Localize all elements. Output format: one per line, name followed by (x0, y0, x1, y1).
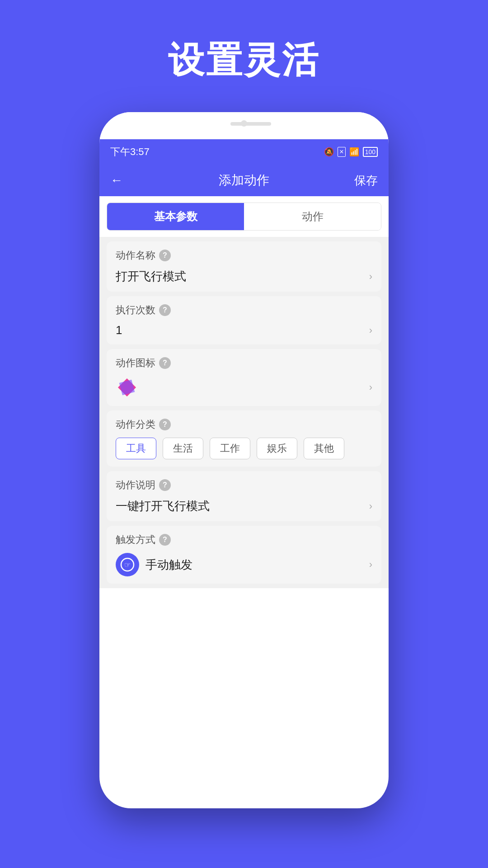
action-desc-section: 动作说明 ? 一键打开飞行模式 › (107, 471, 381, 521)
trigger-mode-label: 触发方式 (116, 533, 155, 547)
save-button[interactable]: 保存 (354, 173, 378, 189)
action-name-chevron: › (369, 271, 372, 283)
action-name-value: 打开飞行模式 (116, 269, 186, 284)
tag-other[interactable]: 其他 (304, 438, 344, 459)
action-name-label: 动作名称 (116, 249, 155, 262)
trigger-mode-value: 手动触发 (145, 557, 192, 573)
exec-count-chevron: › (369, 325, 372, 336)
tab-basic-params[interactable]: 基本参数 (107, 203, 244, 230)
action-category-section: 动作分类 ? 工具 生活 工作 娱乐 其他 (107, 410, 381, 467)
phone-notch (99, 112, 389, 139)
hand-touch-icon: ☞ (120, 557, 135, 572)
action-desc-label: 动作说明 (116, 478, 155, 492)
tag-tool[interactable]: 工具 (116, 438, 156, 459)
tab-bar: 基本参数 动作 (107, 203, 381, 231)
sim-icon: × (338, 147, 345, 157)
page-headline: 设置灵活 (168, 36, 320, 85)
action-icon-help-icon[interactable]: ? (159, 357, 171, 369)
action-name-section: 动作名称 ? 打开飞行模式 › (107, 241, 381, 292)
battery-icon: 100 (363, 147, 378, 157)
action-icon-chevron: › (369, 382, 372, 393)
phone-frame: 下午3:57 🔕 × 📶 100 ← 添加动作 保存 基本参数 动作 动作名称 … (99, 112, 389, 808)
status-icons: 🔕 × 📶 100 (324, 147, 378, 157)
trigger-mode-row[interactable]: ☞ 手动触发 › (116, 553, 372, 576)
trigger-mode-help-icon[interactable]: ? (159, 534, 171, 546)
exec-count-help-icon[interactable]: ? (159, 304, 171, 316)
action-icon-row[interactable]: › (116, 376, 372, 399)
category-tags: 工具 生活 工作 娱乐 其他 (116, 438, 372, 459)
action-name-help-icon[interactable]: ? (159, 250, 171, 261)
trigger-mode-section: 触发方式 ? ☞ 手动触发 › (107, 526, 381, 584)
action-icon-label: 动作图标 (116, 356, 155, 370)
tab-action[interactable]: 动作 (244, 203, 381, 230)
tag-life[interactable]: 生活 (163, 438, 203, 459)
exec-count-value: 1 (116, 323, 122, 337)
exec-count-section: 执行次数 ? 1 › (107, 296, 381, 344)
tag-entertainment[interactable]: 娱乐 (257, 438, 297, 459)
action-desc-chevron: › (369, 500, 372, 512)
content-area: 动作名称 ? 打开飞行模式 › 执行次数 ? 1 › 动作图标 ? (99, 237, 389, 588)
trigger-mode-chevron: › (369, 559, 372, 571)
action-icon-section: 动作图标 ? › (107, 349, 381, 406)
tag-work[interactable]: 工作 (210, 438, 250, 459)
status-bar: 下午3:57 🔕 × 📶 100 (99, 139, 389, 165)
svg-text:☞: ☞ (124, 561, 131, 569)
action-category-label: 动作分类 (116, 418, 155, 431)
action-desc-help-icon[interactable]: ? (159, 479, 171, 491)
action-desc-row[interactable]: 一键打开飞行模式 › (116, 498, 372, 514)
action-category-help-icon[interactable]: ? (159, 419, 171, 430)
diamond-icon (116, 376, 138, 399)
back-button[interactable]: ← (110, 173, 123, 188)
wifi-icon: 📶 (349, 147, 359, 157)
action-name-row[interactable]: 打开飞行模式 › (116, 269, 372, 284)
app-bar-title: 添加动作 (219, 172, 269, 189)
action-desc-value: 一键打开飞行模式 (116, 498, 210, 514)
phone-speaker (230, 122, 271, 126)
app-bar: ← 添加动作 保存 (99, 165, 389, 196)
trigger-mode-icon: ☞ (116, 553, 139, 576)
exec-count-label: 执行次数 (116, 303, 155, 317)
status-time: 下午3:57 (110, 145, 150, 159)
mute-icon: 🔕 (324, 147, 334, 157)
exec-count-row[interactable]: 1 › (116, 323, 372, 337)
